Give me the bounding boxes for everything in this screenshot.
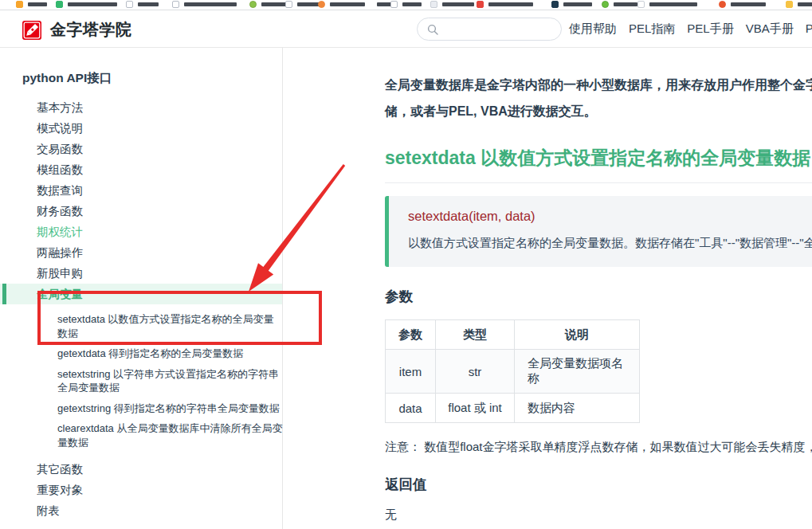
sidebar-sub-item[interactable]: setextdata 以数值方式设置指定名称的全局变量数据 — [57, 309, 283, 343]
table-row: item str 全局变量数据项名称 — [386, 350, 640, 394]
header-nav-link[interactable]: PEL指南 — [629, 22, 675, 37]
sidebar-section-title: python API接口 — [22, 70, 282, 87]
header-nav: 使用帮助 PEL指南 PEL手册 VBA手册 Python手册 — [569, 10, 812, 48]
sidebar-item[interactable]: 重要对象 — [0, 480, 282, 500]
header-nav-link[interactable]: PEL手册 — [687, 22, 733, 37]
bookmark-title-stub — [563, 2, 592, 6]
sidebar-nav-list-tail: 其它函数 重要对象 附表 — [0, 459, 282, 521]
function-signature: setextdata(item, data) — [408, 209, 812, 224]
bookmark-title-stub — [731, 2, 766, 6]
table-row: data float 或 int 数据内容 — [386, 394, 640, 423]
bookmark-item[interactable] — [786, 0, 812, 10]
cell-param: item — [386, 350, 436, 394]
bookmark-favicon-icon — [477, 1, 484, 8]
bookmark-favicon-icon — [430, 1, 437, 8]
brand[interactable]: 金字塔学院 — [22, 19, 132, 41]
bookmark-item[interactable] — [430, 0, 474, 10]
params-heading: 参数 — [385, 287, 812, 306]
bookmark-favicon-icon — [637, 1, 645, 8]
bookmark-favicon-icon — [602, 1, 609, 8]
bookmark-item[interactable] — [172, 0, 237, 10]
sidebar-nav-list: 基本方法 模式说明 交易函数 模组函数 数据查询 财务函数 期权统计 两融操作 … — [0, 97, 282, 304]
signature-callout: setextdata(item, data) 以数值方式设置指定名称的全局变量数… — [385, 196, 812, 267]
sidebar-sub-item[interactable]: getextdata 得到指定名称的全局变量数据 — [57, 343, 283, 364]
cell-param: data — [386, 394, 436, 423]
bookmark-favicon-icon — [318, 1, 325, 8]
bookmark-favicon-icon — [126, 1, 133, 8]
sidebar-item[interactable]: 附表 — [0, 500, 282, 521]
bookmark-title-stub — [649, 2, 697, 6]
cell-type: float 或 int — [436, 394, 515, 423]
page-title: setextdata 以数值方式设置指定名称的全局变量数据 — [385, 146, 812, 183]
bookmark-favicon-icon — [365, 1, 372, 8]
browser-window: 金字塔学院 使用帮助 PEL指南 PEL手册 VBA手册 Python手册 py — [0, 0, 812, 529]
bookmark-title-stub — [798, 2, 812, 6]
bookmark-favicon-icon — [390, 1, 398, 8]
sidebar-item[interactable]: 期权统计 — [0, 221, 282, 242]
sidebar-item[interactable]: 两融操作 — [0, 242, 282, 263]
site-title: 金字塔学院 — [50, 19, 132, 41]
col-header-type: 类型 — [436, 320, 515, 350]
doc-content: 全局变量数据库是金字塔内部的一种小型数据库，用来存放用户作用整个金字塔全局 储，… — [385, 48, 812, 529]
browser-bookmarks-bar — [0, 0, 812, 10]
params-table: 参数 类型 说明 item str 全局变量数据项名称 data float — [385, 319, 640, 423]
sidebar-sub-list: setextdata 以数值方式设置指定名称的全局变量数据 getextdata… — [0, 309, 282, 453]
bookmark-title-stub — [402, 2, 422, 6]
sidebar-item[interactable]: 新股申购 — [0, 263, 282, 284]
bookmark-item[interactable] — [126, 0, 159, 10]
cell-type: str — [436, 350, 515, 394]
bookmark-item[interactable] — [637, 0, 697, 10]
bookmark-item[interactable] — [551, 0, 592, 10]
bookmark-title-stub — [138, 2, 159, 6]
sidebar: python API接口 基本方法 模式说明 交易函数 模组函数 数据查询 财务… — [0, 48, 283, 529]
bookmark-item[interactable] — [16, 0, 47, 10]
pyramid-logo-icon — [22, 21, 41, 40]
bookmark-item[interactable] — [249, 0, 290, 10]
bookmark-title-stub — [68, 2, 117, 6]
sidebar-item[interactable]: 模组函数 — [0, 159, 282, 180]
bookmark-title-stub — [28, 2, 47, 6]
return-heading: 返回值 — [385, 475, 812, 494]
col-header-desc: 说明 — [515, 320, 640, 350]
header-nav-link[interactable]: VBA手册 — [746, 22, 794, 37]
bookmark-title-stub — [488, 2, 533, 6]
bookmark-favicon-icon — [719, 1, 726, 8]
sidebar-item[interactable]: 数据查询 — [0, 180, 282, 201]
search-icon — [427, 24, 438, 35]
bookmark-item[interactable] — [390, 0, 422, 10]
sidebar-item[interactable]: 财务函数 — [0, 201, 282, 221]
return-value: 无 — [385, 507, 812, 523]
bookmark-item[interactable] — [719, 0, 766, 10]
sidebar-item[interactable]: 全局变量 — [0, 284, 282, 304]
bookmark-item[interactable] — [56, 0, 117, 10]
bookmark-favicon-icon — [56, 1, 63, 8]
cell-desc: 全局变量数据项名称 — [515, 350, 640, 394]
sidebar-sub-item[interactable]: getextstring 得到指定名称的字符串全局变量数据 — [57, 398, 283, 419]
bookmark-favicon-icon — [285, 1, 292, 8]
bookmark-item[interactable] — [602, 0, 637, 10]
sidebar-sub-item[interactable]: setextstring 以字符串方式设置指定名称的字符串全局变量数据 — [57, 364, 283, 398]
table-header-row: 参数 类型 说明 — [386, 320, 640, 350]
sidebar-item[interactable]: 模式说明 — [0, 118, 282, 139]
bookmark-favicon-icon — [249, 1, 257, 8]
bookmark-item[interactable] — [477, 0, 533, 10]
sidebar-item[interactable]: 交易函数 — [0, 139, 282, 159]
bookmark-favicon-icon — [786, 1, 793, 8]
function-description: 以数值方式设置指定名称的全局变量数据。数据存储在"工具"--"数据管理"--"全… — [408, 236, 812, 251]
sidebar-item[interactable]: 其它函数 — [0, 459, 282, 480]
bookmark-item[interactable] — [285, 0, 321, 10]
bookmark-item[interactable] — [318, 0, 365, 10]
search-box[interactable] — [417, 18, 562, 41]
bookmark-title-stub — [330, 2, 365, 6]
header-nav-link[interactable]: Python手册 — [806, 22, 812, 37]
bookmark-title-stub — [184, 2, 237, 6]
bookmark-favicon-icon — [551, 1, 559, 8]
search-input[interactable] — [443, 22, 547, 37]
bookmark-favicon-icon — [172, 1, 179, 8]
intro-line: 储，或者与PEL, VBA进行数据交互。 — [385, 98, 812, 124]
sidebar-item[interactable]: 基本方法 — [0, 97, 282, 118]
sidebar-sub-item[interactable]: clearextdata 从全局变量数据库中清除所有全局变量数据 — [57, 418, 283, 453]
site-header: 金字塔学院 使用帮助 PEL指南 PEL手册 VBA手册 Python手册 — [0, 10, 812, 48]
bookmark-title-stub — [614, 2, 637, 6]
header-nav-link[interactable]: 使用帮助 — [569, 22, 617, 37]
